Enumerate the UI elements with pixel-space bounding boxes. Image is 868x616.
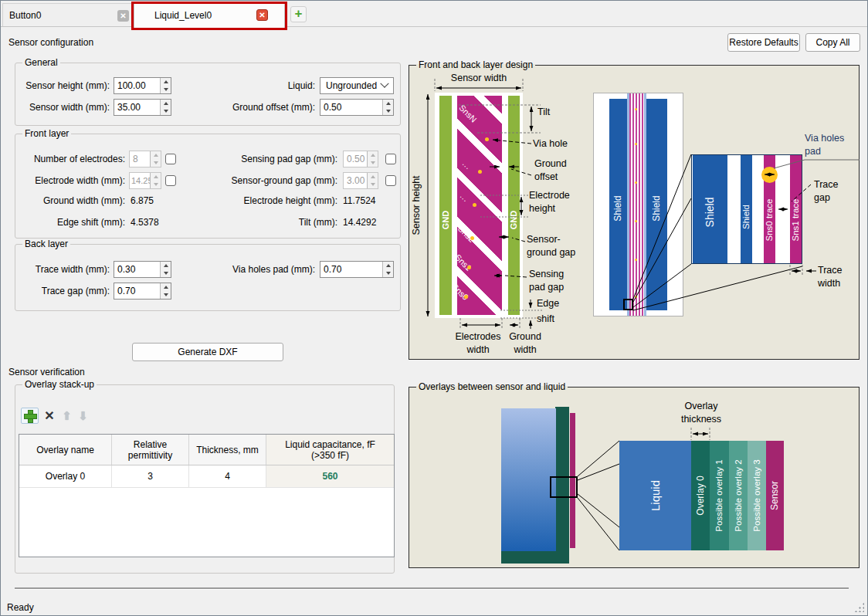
copy-all-button[interactable]: Copy All <box>805 33 860 52</box>
cell-overlay-name[interactable]: Overlay 0 <box>19 465 112 487</box>
spin-up-icon[interactable] <box>161 283 171 291</box>
trace-gap-spinbox[interactable]: 0.70 <box>114 283 171 300</box>
possible-overlay3-label: Possible overlay 3 <box>752 459 761 531</box>
sensor-height-value[interactable]: 100.00 <box>114 78 160 93</box>
num-electrodes-spinbox[interactable]: 8 <box>129 151 161 168</box>
tabbar-divider <box>1 26 868 27</box>
liquid-dropdown-value: Ungrounded <box>326 80 377 91</box>
sensor-width-label: Sensor width (mm): <box>16 102 110 113</box>
sensor-ground-gap-dim-label: Sensor-ground gap <box>527 233 575 259</box>
cell-capacitance: 560 <box>266 465 394 487</box>
sensor-ground-gap-label: Sensor-ground gap (mm): <box>186 175 337 186</box>
spin-down-icon[interactable] <box>161 86 171 93</box>
sensor-height-dim-label: Sensor height <box>411 175 422 235</box>
trace-width-spinbox[interactable]: 0.30 <box>114 261 171 278</box>
col-relative-permittivity: Relative permittivity <box>112 435 189 465</box>
electrode-width-auto-checkbox[interactable] <box>165 175 176 186</box>
ground-offset-spinbox[interactable]: 0.50 <box>320 99 394 116</box>
spin-up-icon[interactable] <box>161 100 171 107</box>
sensing-pad-gap-dim-label: Sensingpad gap <box>529 268 564 294</box>
overlays-diagram-group: Overlays between sensor and liquid Liqui… <box>409 387 860 568</box>
table-row[interactable]: Overlay 0 3 4 560 <box>19 465 394 488</box>
tab-button0-close-icon[interactable]: ✕ <box>117 10 129 22</box>
via-holes-pad-value[interactable]: 0.70 <box>320 262 382 277</box>
tab-button0[interactable]: Button0 ✕ <box>2 3 132 26</box>
sensor-width-value[interactable]: 35.00 <box>114 100 160 115</box>
sensor-ground-gap-spinbox[interactable]: 3.00 <box>343 172 378 189</box>
col-liquid-capacitance-line2: (>350 fF) <box>311 450 349 461</box>
add-overlay-button[interactable] <box>21 408 39 424</box>
via-hole-dim-label: Via hole <box>533 137 568 151</box>
col-liquid-capacitance-line1: Liquid capacitance, fF <box>285 439 375 450</box>
overlays-diagram-title: Overlays between sensor and liquid <box>416 381 568 392</box>
tilt-label: Tilt (mm): <box>186 217 337 228</box>
ground-offset-value[interactable]: 0.50 <box>320 100 382 115</box>
cell-permittivity[interactable]: 3 <box>112 465 189 487</box>
spin-up-icon[interactable] <box>383 262 393 269</box>
arrow-up-icon: ⬆ <box>62 409 72 423</box>
sensor-width-spinbox[interactable]: 35.00 <box>114 99 171 116</box>
sensing-pad-gap-spinbox[interactable]: 0.50 <box>343 151 378 168</box>
electrodes-area <box>457 96 502 315</box>
move-up-button[interactable]: ⬆ <box>60 408 73 423</box>
horizontal-splitter[interactable] <box>15 587 849 590</box>
trace-gap-value[interactable]: 0.70 <box>114 283 160 299</box>
general-group: General <box>15 63 401 126</box>
overlay-stackup-group-title: Overlay stack-up <box>22 379 97 390</box>
num-electrodes-value: 8 <box>130 151 150 167</box>
spin-down-icon[interactable] <box>161 107 171 115</box>
trace-width-dim-label: Tracewidth <box>818 264 843 290</box>
liquid-segment-label: Liquid <box>649 480 662 511</box>
spin-up-icon[interactable] <box>383 100 393 107</box>
overlay-table: Overlay name Relative permittivity Thick… <box>19 434 395 557</box>
via-holes-pad-dim-label: Via holespad <box>805 132 844 158</box>
resize-grip[interactable] <box>854 602 864 612</box>
via-holes-pad-spinbox[interactable]: 0.70 <box>320 261 394 278</box>
front-layer-group-title: Front layer <box>22 128 71 139</box>
tab-liquid-level0[interactable]: Liquid_Level0 ✕ <box>134 2 285 28</box>
zoom-source-rect <box>550 476 578 498</box>
num-electrodes-auto-checkbox[interactable] <box>165 154 176 164</box>
spin-down-icon <box>151 181 161 188</box>
shield-left-label: Shield <box>612 195 623 221</box>
app-window: Button0 ✕ Liquid_Level0 ✕ + Sensor confi… <box>0 0 868 616</box>
delete-overlay-button[interactable]: ✕ <box>42 408 56 423</box>
sns0-trace-label: Sns0 trace <box>765 199 774 242</box>
page-title: Sensor configuration <box>8 37 93 48</box>
spin-up-icon[interactable] <box>161 78 171 86</box>
spin-up-icon <box>151 151 161 159</box>
container-bottom <box>501 551 569 564</box>
gnd-left-label: GND <box>441 211 450 229</box>
tab-liquid-level0-close-icon[interactable]: ✕ <box>256 9 268 21</box>
electrode-width-spinbox[interactable]: 14.25 <box>129 172 161 189</box>
liquid-dropdown[interactable]: Ungrounded <box>320 77 394 94</box>
spin-down-icon[interactable] <box>383 269 393 277</box>
via-hole-dot <box>464 295 468 299</box>
electrode-width-value: 14.25 <box>130 173 150 188</box>
edge-shift-dim-label-1: Edge <box>537 297 559 310</box>
cell-thickness[interactable]: 4 <box>189 465 266 487</box>
trace-width-value[interactable]: 0.30 <box>114 262 160 277</box>
spin-up-icon[interactable] <box>161 262 171 269</box>
spin-down-icon[interactable] <box>161 291 171 299</box>
sensor-height-spinbox[interactable]: 100.00 <box>114 77 171 94</box>
arrow-down-icon: ⬇ <box>78 409 88 423</box>
generate-dxf-button[interactable]: Generate DXF <box>132 343 283 361</box>
overlay-table-header: Overlay name Relative permittivity Thick… <box>19 435 394 465</box>
sensing-pad-gap-auto-checkbox[interactable] <box>385 154 396 164</box>
possible-overlay2-label: Possible overlay 2 <box>734 459 743 531</box>
trace-gap-label: Trace gap (mm): <box>16 286 110 296</box>
edge-shift-dim-label-2: shift <box>537 313 554 326</box>
electrode-height-dim-label: Electrodeheight <box>529 189 570 215</box>
shield-right-label: Shield <box>651 195 662 221</box>
ground-width-value: 6.875 <box>131 195 154 206</box>
via-hole-dot <box>478 170 482 174</box>
spin-down-icon[interactable] <box>383 107 393 115</box>
add-tab-button[interactable]: + <box>290 6 307 22</box>
move-down-button[interactable]: ⬇ <box>76 408 90 423</box>
sensor-ground-gap-value: 3.00 <box>344 173 367 188</box>
sensor-ground-gap-auto-checkbox[interactable] <box>385 175 396 186</box>
restore-defaults-button[interactable]: Restore Defaults <box>727 33 800 52</box>
spin-down-icon[interactable] <box>161 269 171 277</box>
overlay-thickness-dim-label: Overlaythickness <box>664 400 738 426</box>
